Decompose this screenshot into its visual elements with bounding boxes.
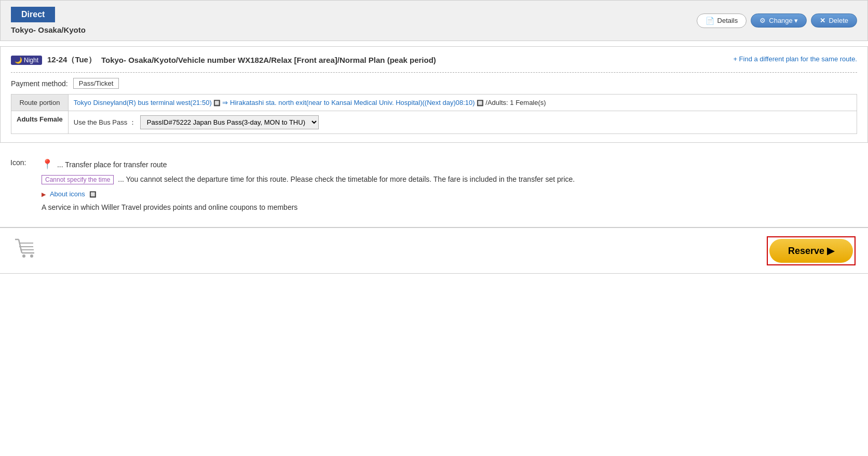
moon-icon: 🌙 bbox=[15, 57, 22, 64]
cannot-specify-row: Cannot specify the time ... You cannot s… bbox=[42, 175, 575, 184]
icon-main-row: Icon: 📍 ... Transfer place for transfer … bbox=[10, 158, 858, 211]
small-icon-1: 🔲 bbox=[213, 100, 222, 106]
svg-point-7 bbox=[30, 254, 33, 258]
x-icon: ✕ bbox=[820, 17, 825, 24]
cannot-specify-text: ... You cannot select the departure time… bbox=[118, 175, 575, 183]
adults-label: Adults Female bbox=[11, 111, 69, 134]
route-table: Route portion Tokyo Disneyland(R) bus te… bbox=[11, 94, 857, 134]
cannot-specify-badge: Cannot specify the time bbox=[42, 175, 114, 184]
route-title: Tokyo- Osaka/Kyoto bbox=[11, 25, 86, 34]
svg-point-6 bbox=[22, 254, 25, 258]
delete-button[interactable]: ✕ Delete bbox=[811, 14, 857, 28]
header-section: Direct Tokyo- Osaka/Kyoto 📄 Details ⚙ Ch… bbox=[0, 0, 868, 41]
service-note: A service in which Willer Travel provide… bbox=[42, 203, 575, 211]
cart-icon bbox=[12, 235, 38, 266]
header-left: Direct Tokyo- Osaka/Kyoto bbox=[11, 7, 86, 34]
footer-section: Reserve ▶ bbox=[0, 227, 868, 274]
header-buttons: 📄 Details ⚙ Change ▾ ✕ Delete bbox=[697, 14, 857, 28]
trip-info: 🌙 Night 12-24（Tue） Tokyo- Osaka/Kyoto/Ve… bbox=[11, 55, 733, 65]
find-plan-link[interactable]: + Find a different plan for the same rou… bbox=[733, 55, 857, 63]
trip-row: 🌙 Night 12-24（Tue） Tokyo- Osaka/Kyoto/Ve… bbox=[11, 55, 857, 65]
route-row: Route portion Tokyo Disneyland(R) bus te… bbox=[11, 95, 857, 111]
arrow-icon: ▶ bbox=[42, 191, 46, 197]
route-detail: Tokyo Disneyland(R) bus terminal west(21… bbox=[68, 95, 857, 111]
adults-row: Adults Female Use the Bus Pass ： PassID#… bbox=[11, 111, 857, 134]
use-pass-label: Use the Bus Pass ： bbox=[74, 118, 136, 127]
change-button[interactable]: ⚙ Change ▾ bbox=[751, 14, 807, 28]
about-icons-row: ▶ About icons 🔲 bbox=[42, 190, 575, 198]
details-button[interactable]: 📄 Details bbox=[697, 14, 747, 28]
adults-select-td: Use the Bus Pass ： PassID#75222 Japan Bu… bbox=[68, 111, 857, 134]
doc-icon: 📄 bbox=[706, 17, 714, 25]
trip-divider bbox=[11, 72, 857, 73]
trip-date: 12-24（Tue） bbox=[47, 55, 96, 65]
payment-row: Payment method: Pass/Ticket bbox=[11, 78, 857, 89]
about-icons-small-icon: 🔲 bbox=[89, 191, 97, 197]
trip-description: Tokyo- Osaka/Kyoto/Vehicle number WX182A… bbox=[101, 56, 436, 64]
reserve-button[interactable]: Reserve ▶ bbox=[769, 239, 853, 263]
gear-icon: ⚙ bbox=[760, 17, 766, 24]
adults-select-cell: Use the Bus Pass ： PassID#75222 Japan Bu… bbox=[74, 115, 851, 129]
icon-section-label: Icon: bbox=[10, 158, 36, 167]
payment-value: Pass/Ticket bbox=[73, 78, 119, 89]
icon-details: 📍 ... Transfer place for transfer route … bbox=[42, 158, 575, 211]
payment-label: Payment method: bbox=[11, 79, 68, 88]
transfer-pin-icon: 📍 bbox=[42, 159, 53, 169]
arrow-symbol: ⇒ bbox=[222, 99, 228, 106]
origin-link[interactable]: Tokyo Disneyland(R) bus terminal west(21… bbox=[74, 99, 212, 106]
main-section: 🌙 Night 12-24（Tue） Tokyo- Osaka/Kyoto/Ve… bbox=[0, 46, 868, 143]
direct-badge: Direct bbox=[11, 7, 55, 22]
destination-link[interactable]: Hirakatashi sta. north exit(near to Kans… bbox=[230, 99, 475, 106]
about-icons-link[interactable]: About icons bbox=[50, 190, 85, 198]
reserve-button-wrapper: Reserve ▶ bbox=[767, 236, 856, 265]
icon-section: Icon: 📍 ... Transfer place for transfer … bbox=[0, 148, 868, 227]
pass-select[interactable]: PassID#75222 Japan Bus Pass(3-day, MON t… bbox=[140, 115, 319, 129]
night-badge: 🌙 Night bbox=[11, 56, 42, 65]
route-label: Route portion bbox=[11, 95, 69, 111]
transfer-text: ... Transfer place for transfer route bbox=[57, 160, 167, 169]
adults-info: /Adults: 1 Female(s) bbox=[485, 99, 546, 106]
transfer-row: 📍 ... Transfer place for transfer route bbox=[42, 158, 575, 170]
small-icon-2: 🔲 bbox=[477, 100, 485, 106]
